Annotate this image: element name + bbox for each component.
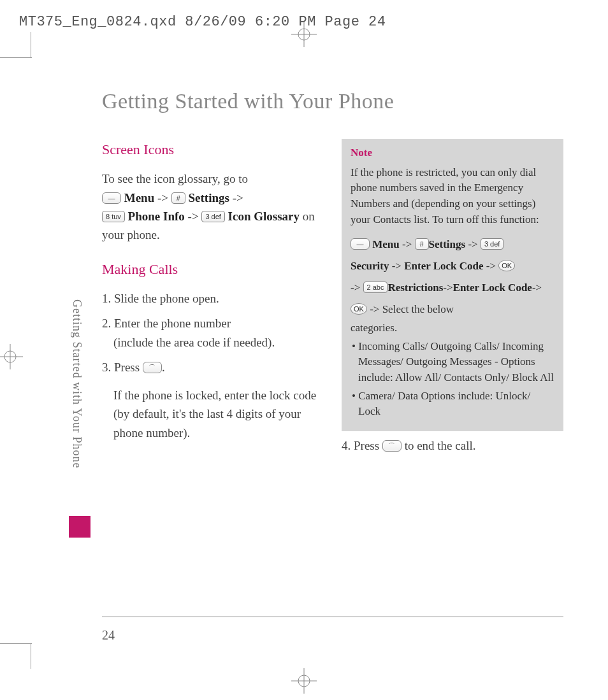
page-body: Getting Started with Your Phone Getting … [32, 57, 589, 662]
nav-enterlock: Enter Lock Code [404, 260, 483, 272]
text: . [162, 361, 165, 374]
crop-mark [0, 57, 32, 58]
crop-mark [31, 32, 31, 57]
section-making-calls: Making Calls [102, 259, 324, 280]
nav-categories: categories. [351, 320, 554, 336]
side-tab-marker [69, 516, 90, 538]
text: to end the call. [405, 439, 476, 452]
step-1: 1. Slide the phone open. [102, 289, 324, 308]
step-2: 2. Enter the phone number (include the a… [102, 314, 324, 352]
ok-key-icon: OK [498, 260, 515, 271]
settings-label: Settings [189, 191, 229, 204]
iconglossary-label: Icon Glossary [228, 210, 300, 223]
menu-label: Menu [124, 191, 155, 204]
locked-note: If the phone is locked, enter the lock c… [102, 386, 324, 442]
nav-restrictions: Restrictions [387, 282, 443, 294]
key-8-icon: 8 tuv [102, 211, 125, 222]
registration-mark-top [291, 22, 317, 47]
side-tab-label: Getting Started with Your Phone [70, 299, 83, 469]
crop-mark [31, 643, 31, 669]
key-3-icon: 3 def [201, 211, 224, 222]
softkey-icon: — [102, 192, 121, 204]
step-2-detail: (include the area code if needed). [102, 333, 324, 352]
note-bullet-1: • Incoming Calls/ Outgoing Calls/ Incomi… [351, 339, 554, 386]
step-4: 4. Press ⌒ to end the call. [342, 436, 563, 455]
nav-menu: Menu [372, 238, 400, 250]
note-nav-path: — Menu -> #Settings -> 3 def Security ->… [351, 234, 554, 320]
note-paragraph: If the phone is restricted, you can only… [351, 165, 554, 228]
crop-mark [0, 643, 32, 644]
page-number: 24 [102, 628, 115, 643]
send-key-icon: ⌒ [143, 362, 162, 373]
nav-select: Select the below [382, 303, 454, 315]
section-screen-icons: Screen Icons [102, 139, 324, 161]
nav-settings: Settings [429, 238, 466, 250]
nav-enterlock2: Enter Lock Code [453, 282, 532, 294]
screen-icons-text: To see the icon glossary, go to — Menu -… [102, 169, 324, 245]
right-column: Note If the phone is restricted, you can… [342, 139, 563, 461]
left-column: Screen Icons To see the icon glossary, g… [102, 139, 326, 461]
text: 3. Press [102, 361, 143, 374]
key-3-icon: 3 def [481, 238, 503, 250]
softkey-icon: — [351, 238, 370, 250]
footer-rule [102, 617, 563, 617]
print-header: MT375_Eng_0824.qxd 8/26/09 6:20 PM Page … [19, 14, 386, 30]
registration-mark-bottom [291, 668, 317, 694]
ok-key-icon: OK [351, 303, 367, 315]
text: To see the icon glossary, go to [102, 172, 248, 185]
content-columns: Screen Icons To see the icon glossary, g… [102, 139, 563, 461]
hash-key-icon: # [171, 192, 185, 204]
text: 2. Enter the phone number [102, 317, 231, 330]
text: 4. Press [342, 439, 382, 452]
note-bullet-2: • Camera/ Data Options include: Unlock/ … [351, 389, 554, 420]
note-box: Note If the phone is restricted, you can… [342, 139, 563, 431]
key-2-icon: 2 abc [363, 282, 388, 293]
note-title: Note [351, 145, 554, 161]
nav-security: Security [351, 260, 389, 272]
hash-key-icon: # [415, 238, 429, 250]
phoneinfo-label: Phone Info [128, 210, 185, 223]
registration-mark-left [0, 344, 23, 369]
page-title: Getting Started with Your Phone [102, 89, 563, 113]
step-3: 3. Press ⌒. [102, 358, 324, 376]
end-key-icon: ⌒ [382, 440, 402, 452]
